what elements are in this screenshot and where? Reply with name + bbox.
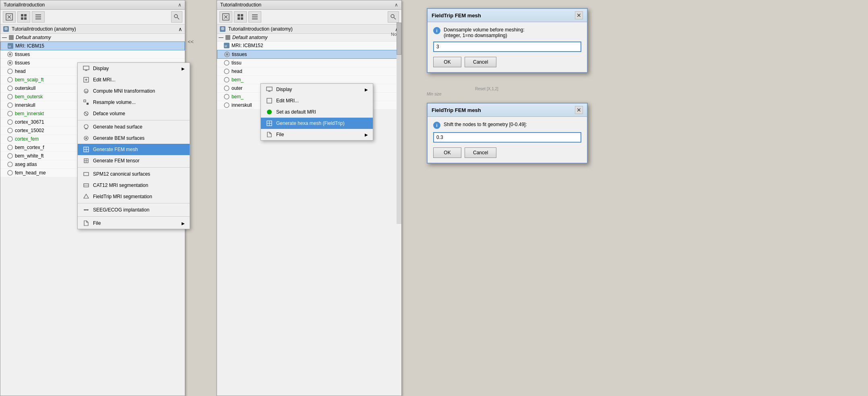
svg-point-85 — [224, 86, 229, 91]
menu-display[interactable]: Display ▶ — [78, 63, 190, 74]
svg-point-84 — [224, 77, 229, 82]
right-tree-tissu2[interactable]: tissu — [217, 59, 401, 67]
tree-item-aseg-label: aseg atlas — [15, 162, 37, 167]
tree-item-tissues2-label: tissues — [15, 60, 30, 66]
menu-seeg[interactable]: SEEG/ECOG implantation — [78, 204, 190, 216]
svg-rect-66 — [238, 14, 240, 17]
right-scrollbar[interactable] — [397, 23, 401, 224]
right-panel-title: TutorialIntroduction — [220, 2, 261, 8]
fieldtrip-seg-icon — [83, 193, 90, 200]
compute-mni-icon: M — [83, 87, 90, 95]
right-anatomy-title: TutorialIntroduction (anatomy) — [228, 26, 293, 32]
menu-sep2 — [78, 167, 190, 168]
right-menu-set-default[interactable]: Set as default MRI — [261, 106, 373, 118]
left-default-anatomy: — Default anatomy — [0, 34, 185, 41]
right-tree-bem[interactable]: bem_ — [217, 76, 401, 84]
svg-point-82 — [224, 60, 229, 65]
tree-item-cortex1500-label: cortex_15002 — [15, 128, 44, 133]
right-tree-head[interactable]: head — [217, 67, 401, 76]
svg-point-26 — [8, 111, 12, 116]
right-menu-gen-hexa[interactable]: Generate hexa mesh (FieldTrip) — [261, 118, 373, 129]
menu-gen-fem[interactable]: Generate FEM mesh — [78, 144, 190, 155]
right-menu-edit-mri[interactable]: Edit MRI... — [261, 95, 373, 106]
right-menu-display-label: Display — [276, 87, 292, 92]
svg-point-30 — [8, 145, 12, 150]
svg-point-21 — [8, 69, 12, 74]
menu-sep1 — [78, 120, 190, 120]
menu-gen-bem[interactable]: Generate BEM surfaces — [78, 133, 190, 144]
right-tree-innerskull-label: innerskull — [231, 102, 252, 108]
dialog-shift-nodes-input[interactable] — [433, 132, 581, 143]
right-toolbar-btn-2[interactable] — [234, 11, 247, 23]
right-toolbar-btn-3[interactable] — [248, 11, 261, 23]
menu-fieldtrip-seg-label: FieldTrip MRI segmentation — [93, 194, 152, 199]
right-scroll-thumb[interactable] — [397, 23, 401, 55]
right-tree-tissues[interactable]: tissues — [217, 50, 401, 59]
right-file-arrow: ▶ — [365, 133, 368, 137]
dialog-shift-nodes-ok[interactable]: OK — [433, 147, 461, 158]
left-search-btn[interactable] — [171, 11, 182, 23]
svg-point-20 — [9, 62, 11, 64]
svg-marker-59 — [84, 194, 89, 198]
dialog-downsample-ok[interactable]: OK — [433, 57, 461, 67]
svg-rect-34 — [83, 66, 89, 70]
left-toolbar — [0, 10, 185, 25]
gen-head-icon — [83, 123, 90, 131]
svg-rect-91 — [267, 98, 272, 103]
dialog-downsample-input[interactable] — [433, 41, 581, 52]
menu-edit-mri[interactable]: Edit MRI... — [78, 74, 190, 85]
left-anatomy-chevron[interactable]: ∧ — [178, 26, 182, 32]
svg-point-86 — [224, 94, 229, 99]
gen-fem-icon — [83, 146, 90, 153]
tree-item-tissues1[interactable]: tissues — [0, 50, 185, 59]
menu-gen-fem-tensor[interactable]: Generate FEM tensor — [78, 155, 190, 166]
svg-point-18 — [9, 53, 11, 56]
toolbar-btn-3[interactable] — [32, 11, 45, 23]
left-panel-header: TutorialIntroduction ∧ — [0, 0, 185, 10]
tree-item-outerskull-label: outerskull — [15, 85, 35, 91]
menu-fieldtrip-seg[interactable]: FieldTrip MRI segmentation — [78, 191, 190, 202]
menu-gen-head[interactable]: Generate head surface — [78, 121, 190, 133]
svg-rect-6 — [24, 17, 27, 20]
tree-item-head-label: head — [15, 68, 26, 74]
menu-file[interactable]: File ▶ — [78, 218, 190, 229]
right-menu-file[interactable]: File ▶ — [261, 129, 373, 140]
right-set-default-icon — [266, 108, 273, 116]
menu-sep3 — [78, 203, 190, 203]
svg-point-33 — [8, 170, 12, 175]
tree-item-mri-label: MRI: ICBM15 — [15, 43, 44, 49]
dialog-shift-nodes-close[interactable]: ✕ — [575, 106, 583, 114]
file-arrow-icon: ▶ — [182, 221, 185, 226]
svg-point-62 — [87, 209, 88, 211]
right-default-anatomy: — Default anatomy — [217, 34, 401, 41]
svg-rect-67 — [241, 14, 243, 17]
dialog-shift-nodes-buttons: OK Cancel — [433, 147, 581, 158]
gen-fem-tensor-icon — [83, 157, 90, 164]
right-panel-chevron[interactable]: ∧ — [395, 2, 398, 8]
toolbar-btn-1[interactable] — [3, 11, 16, 23]
menu-deface[interactable]: Deface volume — [78, 108, 190, 119]
dialog-downsample-close[interactable]: ✕ — [575, 11, 583, 19]
right-menu-display[interactable]: Display ▶ — [261, 84, 373, 95]
dialog-downsample-cancel[interactable]: Cancel — [465, 57, 496, 67]
nav-arrow[interactable]: << — [188, 39, 194, 45]
right-tree-mri[interactable]: M MRI: ICBM152 — [217, 41, 401, 50]
svg-point-29 — [8, 137, 12, 141]
svg-rect-70 — [252, 15, 258, 15]
menu-spm12[interactable]: SPM12 canonical surfaces — [78, 168, 190, 180]
left-panel-chevron[interactable]: ∧ — [178, 2, 182, 8]
dialog-shift-nodes-cancel[interactable]: Cancel — [465, 147, 496, 158]
tree-item-fem-head-label: fem_head_me — [15, 170, 46, 176]
right-search-btn[interactable] — [388, 11, 399, 23]
menu-gen-fem-label: Generate FEM mesh — [93, 147, 138, 152]
menu-resample[interactable]: Resample volume... — [78, 97, 190, 108]
menu-cat12[interactable]: CAT12 MRI segmentation — [78, 180, 190, 191]
toolbar-btn-2[interactable] — [17, 11, 30, 23]
tree-item-bem-white-label: bem_white_ft — [15, 153, 43, 159]
tree-item-mri[interactable]: M MRI: ICBM15 — [0, 41, 185, 50]
svg-rect-14 — [9, 35, 14, 40]
right-tree-panel: TutorialIntroduction ∧ TutorialIntroduct… — [217, 0, 402, 396]
menu-compute-mni[interactable]: M Compute MNI transformation — [78, 85, 190, 97]
right-toolbar-btn-1[interactable] — [219, 11, 232, 23]
svg-rect-4 — [24, 14, 27, 17]
